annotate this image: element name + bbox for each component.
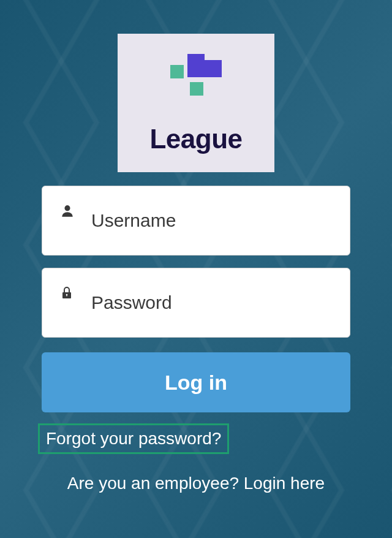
username-input[interactable] [91, 210, 333, 231]
username-field-wrapper[interactable] [42, 186, 350, 256]
svg-point-4 [64, 205, 70, 211]
password-field-wrapper[interactable] [42, 268, 350, 338]
brand-logo-box: League [118, 34, 274, 172]
lock-icon [59, 286, 78, 300]
forgot-password-link[interactable]: Forgot your password? [38, 423, 229, 454]
svg-rect-1 [187, 60, 222, 77]
employee-login-link[interactable]: Are you an employee? Login here [42, 474, 350, 493]
login-form: Log in Forgot your password? Are you an … [42, 186, 350, 493]
user-icon [59, 203, 78, 219]
login-button[interactable]: Log in [42, 352, 350, 412]
password-input[interactable] [91, 292, 333, 313]
brand-name: League [149, 124, 242, 154]
svg-rect-2 [170, 65, 184, 78]
plus-logo-icon [165, 51, 227, 113]
brand-logo-mark [165, 51, 227, 113]
svg-rect-7 [66, 295, 67, 297]
svg-rect-3 [190, 82, 203, 96]
